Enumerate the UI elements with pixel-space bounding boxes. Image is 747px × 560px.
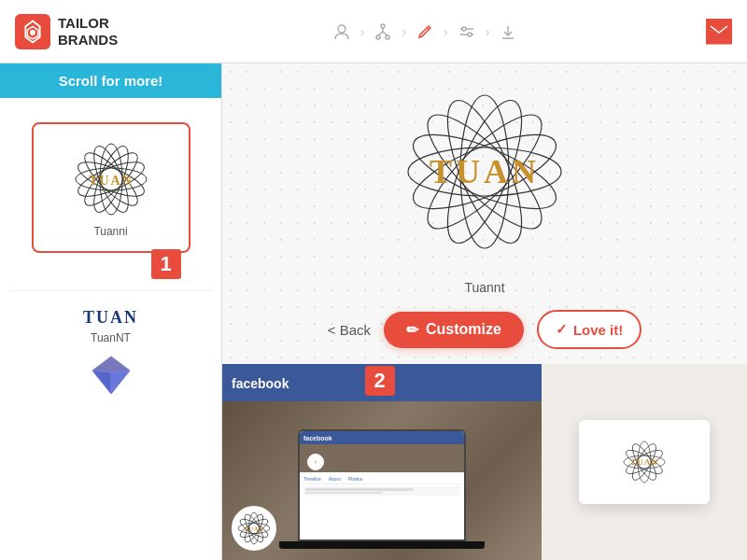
logo-card-1-label: Tuanni	[93, 225, 127, 238]
badge-number-1: 1	[151, 249, 181, 279]
preview-brand-label: Tuannt	[464, 280, 504, 295]
badge-number-2: 2	[365, 366, 395, 396]
app-container: TAILOR BRANDS › › ›	[0, 0, 747, 560]
edit-icon	[412, 19, 438, 45]
nav-step-fork[interactable]	[370, 19, 396, 45]
preview-actions: < Back ✏ Customize 2 ✓ Love it!	[328, 310, 642, 349]
svg-point-2	[338, 25, 345, 33]
svg-point-9	[468, 33, 472, 36]
preview-area: TUAN Tuannt < Back ✏ Customize 2 ✓ Love …	[222, 63, 747, 560]
preview-circle-logo: TUAN	[391, 78, 578, 265]
main: Scroll for more!	[0, 63, 747, 560]
customize-label: Customize	[426, 321, 501, 338]
fb-profile-logo: TUAN	[235, 510, 273, 547]
business-card-mockup: TUAN	[579, 420, 710, 504]
mockup-row: facebook	[222, 364, 747, 560]
svg-marker-24	[111, 371, 130, 394]
fork-icon	[370, 19, 396, 45]
svg-text:facebook: facebook	[232, 376, 289, 391]
nav-step-settings[interactable]	[454, 19, 480, 45]
mini-circle-logo-svg: TUAN	[69, 137, 153, 221]
profile-icon	[329, 19, 355, 45]
brand-logo-text: TAILOR BRANDS	[58, 15, 118, 49]
love-it-button[interactable]: ✓ Love it!	[537, 310, 641, 349]
svg-point-5	[386, 35, 389, 39]
settings-icon	[454, 19, 480, 45]
logo-area: TAILOR BRANDS	[15, 14, 155, 49]
svg-text:TUAN: TUAN	[89, 174, 134, 188]
nav-step-download[interactable]	[495, 19, 521, 45]
svg-marker-22	[92, 357, 130, 372]
nav-arrow-3: ›	[444, 24, 448, 39]
logo-card-2-brand: TUAN	[83, 308, 138, 328]
svg-text:TUAN: TUAN	[630, 457, 658, 467]
logo-card-2-sub: TuanNT	[91, 331, 131, 344]
customize-icon: ✏	[406, 321, 418, 339]
header-right	[695, 19, 732, 45]
nav-arrow-1: ›	[360, 24, 365, 39]
nav-arrow-2: ›	[402, 24, 406, 39]
scroll-banner: Scroll for more!	[0, 63, 221, 98]
svg-text:TUAN: TUAN	[430, 153, 540, 190]
preview-main: TUAN Tuannt < Back ✏ Customize 2 ✓ Love …	[222, 63, 747, 364]
love-icon: ✓	[556, 321, 568, 338]
download-icon	[495, 19, 521, 45]
fb-profile-badge: TUAN	[232, 506, 276, 551]
laptop-mockup: facebook T Timeline	[298, 429, 466, 541]
sidebar-logo-card-1[interactable]: TUAN Tuanni 1	[32, 113, 190, 262]
svg-text:TUAN: TUAN	[244, 525, 264, 533]
svg-point-4	[376, 35, 380, 39]
mail-icon[interactable]	[706, 19, 732, 45]
laptop-base	[279, 541, 485, 549]
diamond-icon	[88, 352, 134, 399]
header: TAILOR BRANDS › › ›	[0, 0, 747, 63]
svg-marker-23	[92, 371, 111, 394]
nav-step-edit[interactable]	[412, 19, 438, 45]
tailor-brands-logo-icon	[15, 14, 50, 49]
header-nav: › › › ›	[155, 19, 695, 45]
fb-cover: TUAN facebook	[222, 401, 542, 560]
svg-point-3	[381, 24, 385, 28]
mockup-card: TUAN	[542, 364, 747, 560]
back-button[interactable]: < Back	[328, 322, 371, 338]
love-label: Love it!	[573, 322, 623, 338]
customize-button[interactable]: ✏ Customize	[384, 312, 524, 348]
sidebar: Scroll for more!	[0, 63, 222, 560]
sidebar-logo-card-2[interactable]: TUAN TuanNT	[32, 308, 190, 399]
preview-logo-display: TUAN Tuannt	[391, 78, 578, 295]
fb-logo: facebook	[232, 373, 297, 392]
logo-card-1-inner: TUAN Tuanni	[32, 122, 190, 253]
sidebar-divider	[9, 290, 212, 291]
card-logo: TUAN	[607, 437, 682, 488]
svg-point-1	[30, 30, 35, 35]
svg-point-8	[462, 27, 466, 31]
nav-arrow-4: ›	[486, 24, 490, 39]
nav-step-profile[interactable]	[329, 19, 355, 45]
